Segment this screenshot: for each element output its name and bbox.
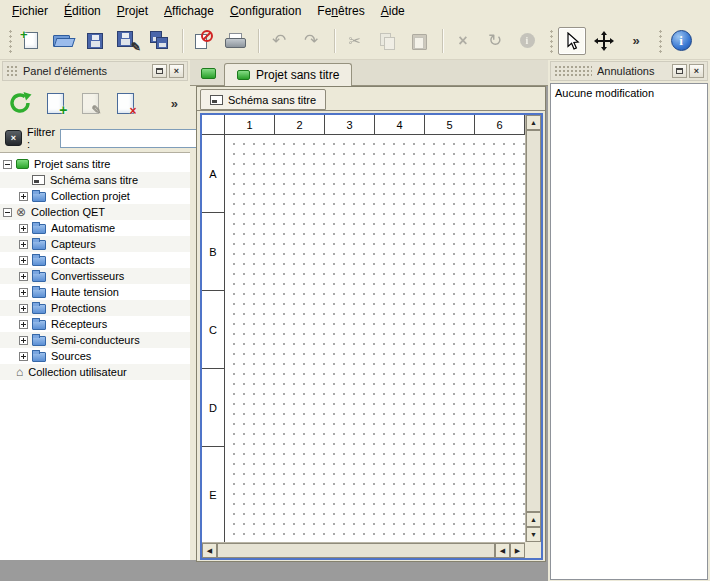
undo-icon: ↶ [272,32,286,49]
delete-button[interactable]: × [449,27,477,55]
schema-icon [32,175,45,185]
tree-item-haute-tension[interactable]: Haute tension [0,284,190,300]
expand-expander-icon[interactable] [19,192,28,201]
filter-input[interactable] [60,129,210,148]
expand-expander-icon[interactable] [19,352,28,361]
toolbar-drag-handle[interactable] [8,29,13,53]
tree-item-sources[interactable]: Sources [0,348,190,364]
diagram-row-headers: A B C D E [202,135,225,542]
annulations-close-button[interactable]: × [689,64,704,78]
redo-button[interactable]: ↷ [297,27,325,55]
scrollbar-corner [525,542,541,558]
tab-projet-sans-titre[interactable]: Projet sans titre [224,63,352,86]
tree-item-capteurs[interactable]: Capteurs [0,236,190,252]
elements-panel-titlebar[interactable]: Panel d'éléments × [2,61,188,81]
edit-element-button[interactable]: ✎ [74,87,106,119]
menu-affichage[interactable]: Affichage [156,1,222,21]
expand-expander-icon[interactable] [19,320,28,329]
column-header: 5 [425,115,475,135]
expand-expander-icon[interactable] [19,288,28,297]
tree-item-contacts[interactable]: Contacts [0,252,190,268]
toolbar-drag-handle[interactable] [549,29,554,53]
folder-icon [32,352,46,362]
expand-expander-icon[interactable] [19,304,28,313]
tab-label: Schéma sans titre [228,94,316,106]
collapse-expander-icon[interactable] [3,160,12,169]
close-file-button[interactable] [189,27,217,55]
dock-grip-icon[interactable] [6,65,18,77]
about-info-button[interactable]: i [667,27,695,55]
panel-close-button[interactable]: × [169,64,184,78]
delete-element-button[interactable]: × [109,87,141,119]
copy-button[interactable] [373,27,401,55]
rotate-button[interactable]: ↻ [481,27,509,55]
tree-item-collection-utilisateur[interactable]: ⌂ Collection utilisateur [0,364,190,380]
edit-element-icon: ✎ [82,93,99,114]
open-file-button[interactable] [49,27,77,55]
move-tool-button[interactable] [590,27,618,55]
element-info-button[interactable]: i [513,27,541,55]
tab-schema-sans-titre[interactable]: Schéma sans titre [200,89,326,110]
move-arrows-icon [594,31,614,51]
scroll-left-button[interactable]: ◀ [202,543,217,558]
menu-fichier[interactable]: Fichier [4,1,56,21]
diagram-grid-canvas[interactable] [225,135,525,542]
undo-button[interactable]: ↶ [265,27,293,55]
menu-configuration[interactable]: Configuration [222,1,309,21]
tree-item-schema[interactable]: Schéma sans titre [0,172,190,188]
tree-item-convertisseurs[interactable]: Convertisseurs [0,268,190,284]
toolbar-drag-handle[interactable] [658,29,663,53]
reload-collections-button[interactable] [4,87,36,119]
expand-expander-icon[interactable] [19,272,28,281]
clear-filter-icon[interactable]: × [5,130,22,146]
vertical-scrollbar[interactable]: ▲ ▲ ▼ [525,115,541,542]
toolbar-overflow-button[interactable]: » [622,27,650,55]
tree-item-protections[interactable]: Protections [0,300,190,316]
undo-dock-titlebar[interactable]: Annulations × [550,61,708,81]
scroll-left-button[interactable]: ◀ [495,543,510,558]
tree-item-project[interactable]: Projet sans titre [0,156,190,172]
menu-bar: Fichier Édition Projet Affichage Configu… [0,0,710,22]
tree-item-semi-conducteurs[interactable]: Semi-conducteurs [0,332,190,348]
scroll-down-button[interactable]: ▼ [526,527,541,542]
scroll-up-button[interactable]: ▲ [526,512,541,527]
undo-root-item[interactable]: Aucune modification [551,84,707,102]
save-button[interactable] [81,27,109,55]
tree-item-collection-projet[interactable]: Collection projet [0,188,190,204]
menu-aide[interactable]: Aide [373,1,413,21]
menu-fenetres[interactable]: Fenêtres [309,1,372,21]
save-all-button[interactable] [145,27,173,55]
expand-expander-icon[interactable] [19,256,28,265]
expand-expander-icon[interactable] [19,240,28,249]
expand-expander-icon[interactable] [19,224,28,233]
paste-button[interactable] [405,27,433,55]
schema-tabbar-baseline [197,110,545,111]
menu-projet[interactable]: Projet [109,1,156,21]
save-as-button[interactable]: ✎ [113,27,141,55]
panel-float-button[interactable] [152,64,167,78]
undo-history-list[interactable]: Aucune modification [550,83,708,580]
select-tool-button[interactable] [558,27,586,55]
menu-edition[interactable]: Édition [56,1,109,21]
vertical-scrollbar-thumb[interactable] [526,130,541,512]
expand-expander-icon[interactable] [19,336,28,345]
new-file-button[interactable]: + [17,27,45,55]
row-header: B [202,213,225,291]
scroll-right-button[interactable]: ▶ [510,543,525,558]
tree-item-automatisme[interactable]: Automatisme [0,220,190,236]
dock-grip-icon[interactable] [554,65,592,77]
collapse-expander-icon[interactable] [3,208,12,217]
horizontal-scrollbar[interactable]: ◀ ◀ ▶ [202,542,525,558]
annulations-float-button[interactable] [672,64,687,78]
project-window-icon[interactable] [201,68,216,79]
delete-element-icon: × [117,93,134,114]
horizontal-scrollbar-thumb[interactable] [217,543,495,558]
cut-button[interactable]: ✂ [341,27,369,55]
panel-overflow-button[interactable]: » [171,96,178,111]
new-element-button[interactable]: + [39,87,71,119]
tree-item-recepteurs[interactable]: Récepteurs [0,316,190,332]
tree-item-collection-qet[interactable]: ⊗ Collection QET [0,204,190,220]
toolbar-separator [182,29,184,53]
scroll-up-button[interactable]: ▲ [526,115,541,130]
print-button[interactable] [221,27,249,55]
